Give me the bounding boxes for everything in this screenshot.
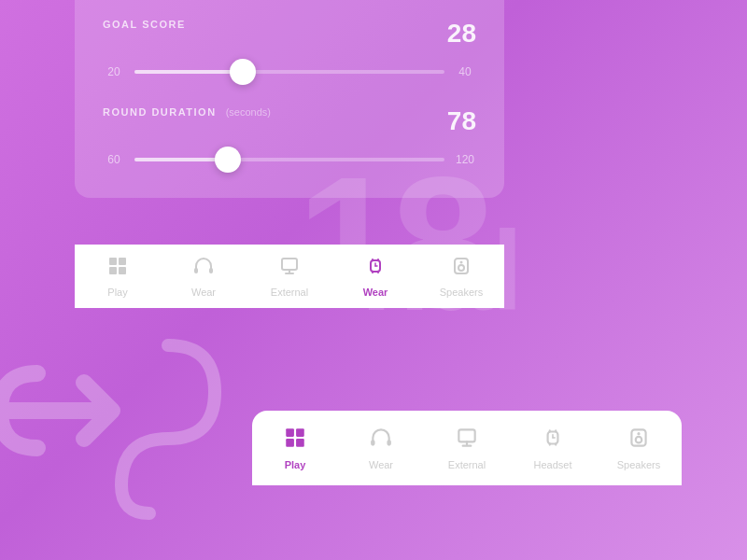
svg-rect-5 [209,268,213,273]
svg-rect-1 [119,258,126,265]
svg-rect-19 [458,429,474,441]
svg-point-12 [460,261,463,264]
external-icon [278,255,301,283]
overlay-nav-item-wear[interactable]: Wear [171,255,236,298]
round-duration-thumb[interactable] [215,147,241,173]
overlay-nav-bar: Play Wear External Wear Speakers [75,245,504,308]
goal-score-max: 40 [454,65,476,78]
bottom-speakers-label: Speakers [617,459,660,470]
round-duration-section: ROUND DURATION (seconds) 78 60 120 [103,106,476,189]
svg-point-25 [637,432,640,435]
bg-curve [112,336,224,523]
speaker-icon [450,255,472,283]
goal-score-fill [134,70,243,74]
goal-score-slider-row: 20 40 [103,65,476,78]
bottom-nav-item-play[interactable]: Play [262,426,328,470]
svg-point-11 [458,265,464,271]
bottom-headset-label: Headset [534,459,572,470]
overlay-nav-item-wear-active[interactable]: Wear [343,255,408,298]
svg-point-24 [636,437,642,443]
watch-icon [364,255,387,283]
bottom-speaker-icon [627,426,651,455]
bottom-nav-card: Play Wear External Headset [252,411,682,485]
svg-rect-2 [109,267,117,274]
svg-rect-17 [371,440,374,446]
bottom-external-icon [455,426,479,455]
bottom-external-label: External [448,459,486,470]
bottom-nav-item-wear[interactable]: Wear [348,426,414,470]
goal-score-section: GOAL SCORE 28 20 40 [103,19,476,78]
svg-rect-4 [194,268,198,273]
bottom-wear-label: Wear [369,459,393,470]
round-duration-label: ROUND DURATION [103,106,217,118]
svg-rect-18 [388,440,391,446]
svg-rect-15 [286,439,294,447]
bottom-headset-icon [541,426,565,455]
bottom-nav-item-external[interactable]: External [434,426,500,470]
bottom-play-label: Play [285,459,306,470]
bottom-play-icon [283,426,307,455]
bottom-headphones-icon [369,426,393,455]
goal-score-value: 28 [447,19,476,49]
overlay-play-label: Play [107,287,127,298]
svg-rect-0 [109,258,117,265]
round-duration-track[interactable] [134,158,444,161]
round-duration-max: 120 [454,153,476,166]
overlay-nav-item-speakers[interactable]: Speakers [429,255,494,298]
headphones-icon [192,255,215,283]
svg-rect-14 [296,428,304,437]
round-duration-slider-row: 60 120 [103,153,476,189]
goal-score-thumb[interactable] [230,59,256,85]
settings-card: GOAL SCORE 28 20 40 ROUND DURATION (seco… [75,0,504,198]
overlay-wear-active-label: Wear [363,287,388,298]
goal-score-label: GOAL SCORE [103,19,186,30]
svg-rect-6 [282,259,297,270]
bottom-nav-item-speakers[interactable]: Speakers [606,426,671,470]
bottom-nav-bar: Play Wear External Headset [252,411,682,485]
svg-rect-3 [119,267,126,274]
play-icon [106,255,129,283]
svg-rect-13 [286,428,294,437]
goal-score-min: 20 [103,65,125,78]
overlay-external-label: External [271,287,308,298]
overlay-speakers-label: Speakers [440,287,483,298]
seconds-label: (seconds) [226,106,271,118]
overlay-nav-item-external[interactable]: External [257,255,322,298]
bottom-nav-item-headset[interactable]: Headset [520,426,585,470]
round-duration-value: 78 [447,106,476,136]
overlay-nav-item-play[interactable]: Play [85,255,150,298]
svg-rect-16 [296,439,304,447]
round-duration-min: 60 [103,153,125,166]
overlay-wear-label: Wear [191,287,216,298]
goal-score-track[interactable] [134,70,444,74]
